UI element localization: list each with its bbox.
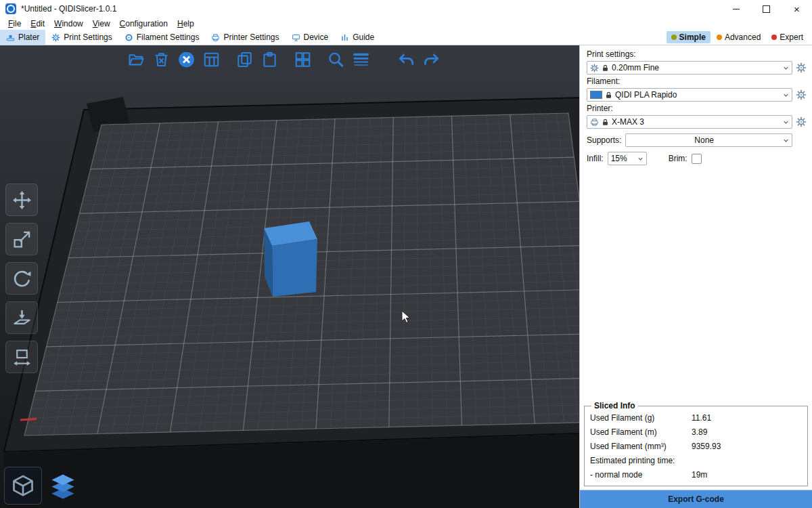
paste-button[interactable] — [258, 48, 281, 70]
maximize-icon — [763, 5, 770, 13]
supports-value: None — [629, 135, 780, 145]
sliced-info-row: Used Filament (g) 11.61 — [590, 413, 802, 423]
split-objects-button[interactable] — [292, 48, 314, 70]
printer-gear-button[interactable] — [796, 117, 807, 127]
variable-layer-height-button[interactable] — [350, 48, 372, 70]
place-on-face-tool-button[interactable] — [5, 301, 38, 334]
mode-label: Simple — [679, 33, 706, 42]
measure-icon — [12, 347, 32, 367]
view-3d-button[interactable] — [4, 467, 42, 505]
qidislicer-window: *Untitled - QIDISlicer-1.0.1 × File Edit… — [0, 0, 812, 508]
move-icon — [12, 190, 32, 210]
origin-marker — [20, 419, 37, 421]
rotate-icon — [12, 269, 32, 289]
monitor-icon — [292, 33, 300, 42]
menu-view[interactable]: View — [88, 18, 115, 29]
scale-tool-button[interactable] — [5, 223, 38, 255]
tab-filament-settings[interactable]: Filament Settings — [118, 30, 206, 45]
undo-button[interactable] — [395, 48, 418, 70]
preview-button[interactable] — [45, 468, 81, 505]
layers-preview-icon — [49, 472, 77, 501]
mode-expert[interactable]: Expert — [767, 31, 808, 43]
mode-advanced[interactable]: Advanced — [712, 31, 765, 43]
menu-bar: File Edit Window View Configuration Help — [0, 18, 812, 30]
print-settings-combo[interactable]: 0.20mm Fine — [587, 61, 792, 75]
maximize-button[interactable] — [751, 0, 782, 18]
sliced-info-row: Used Filament (mm³) 9359.93 — [590, 442, 802, 451]
supports-select[interactable]: None — [625, 133, 792, 147]
simple-mode-dot — [671, 35, 677, 40]
search-icon — [327, 51, 344, 68]
arrange-icon — [202, 51, 220, 68]
print-profile-icon — [590, 64, 599, 72]
print-settings-value: 0.20mm Fine — [612, 63, 780, 72]
tab-label: Plater — [18, 33, 39, 42]
rotate-tool-button[interactable] — [5, 262, 38, 295]
minimize-button[interactable] — [721, 0, 751, 18]
delete-button[interactable] — [150, 48, 173, 70]
lock-icon — [602, 119, 609, 126]
open-project-button[interactable] — [125, 48, 148, 70]
title-bar: *Untitled - QIDISlicer-1.0.1 × — [0, 0, 812, 18]
measure-tool-button[interactable] — [5, 341, 38, 373]
supports-label: Supports: — [587, 135, 621, 145]
minimize-icon — [733, 9, 740, 9]
mode-simple[interactable]: Simple — [667, 31, 710, 43]
tab-label: Guide — [353, 33, 374, 42]
gear-icon — [51, 33, 60, 42]
redo-button[interactable] — [420, 48, 443, 70]
sliced-info-panel: Sliced Info Used Filament (g) 11.61 Used… — [584, 406, 808, 486]
export-gcode-button[interactable]: Export G-code — [580, 490, 812, 508]
tab-label: Print Settings — [64, 33, 112, 42]
close-icon: × — [794, 4, 800, 14]
printer-icon — [211, 33, 220, 42]
infill-select[interactable]: 15% — [608, 152, 647, 165]
model-cube[interactable] — [264, 221, 317, 297]
printer-icon — [590, 118, 599, 127]
delete-all-icon — [177, 51, 195, 68]
print-settings-label: Print settings: — [587, 49, 807, 59]
close-button[interactable]: × — [782, 0, 812, 18]
menu-help[interactable]: Help — [173, 18, 199, 29]
search-button[interactable] — [325, 48, 347, 70]
tab-print-settings[interactable]: Print Settings — [45, 30, 118, 45]
scene-3d[interactable] — [0, 45, 579, 508]
trash-icon — [152, 51, 170, 68]
printer-combo[interactable]: X-MAX 3 — [587, 115, 792, 129]
filament-label: Filament: — [587, 77, 807, 86]
gizmo-toolbar — [5, 184, 38, 373]
delete-all-button[interactable] — [175, 48, 198, 70]
mode-label: Expert — [780, 33, 803, 42]
filament-combo[interactable]: QIDI PLA Rapido — [587, 88, 792, 102]
filament-icon — [125, 33, 133, 42]
chevron-down-icon — [782, 119, 790, 126]
menu-edit[interactable]: Edit — [26, 18, 49, 29]
copy-button[interactable] — [233, 48, 256, 70]
printer-value: X-MAX 3 — [612, 117, 780, 127]
paste-icon — [261, 51, 278, 68]
menu-configuration[interactable]: Configuration — [115, 18, 173, 29]
brim-checkbox[interactable] — [692, 154, 702, 164]
cube-3d-icon — [11, 473, 35, 498]
tab-device[interactable]: Device — [286, 30, 335, 45]
move-tool-button[interactable] — [5, 184, 38, 216]
advanced-mode-dot — [717, 35, 722, 40]
tab-plater[interactable]: Plater — [0, 30, 45, 45]
menu-window[interactable]: Window — [49, 18, 88, 29]
tab-label: Device — [304, 33, 329, 42]
sliced-info-row: Estimated printing time: — [590, 456, 802, 465]
tab-printer-settings[interactable]: Printer Settings — [205, 30, 285, 45]
viewport-3d[interactable] — [0, 45, 579, 508]
main-content: Print settings: 0.20mm Fine Filament: QI… — [0, 45, 812, 508]
viewport-toolbar — [125, 48, 443, 70]
filament-color-swatch — [590, 91, 602, 99]
arrange-button[interactable] — [200, 48, 223, 70]
chevron-down-icon — [637, 155, 644, 163]
print-settings-gear-button[interactable] — [796, 62, 807, 73]
tab-guide[interactable]: Guide — [334, 30, 380, 45]
place-on-face-icon — [12, 308, 32, 328]
menu-file[interactable]: File — [3, 18, 26, 29]
filament-gear-button[interactable] — [796, 89, 807, 100]
mode-switcher: Simple Advanced Expert — [667, 30, 812, 45]
sliced-info-title: Sliced Info — [591, 401, 638, 410]
